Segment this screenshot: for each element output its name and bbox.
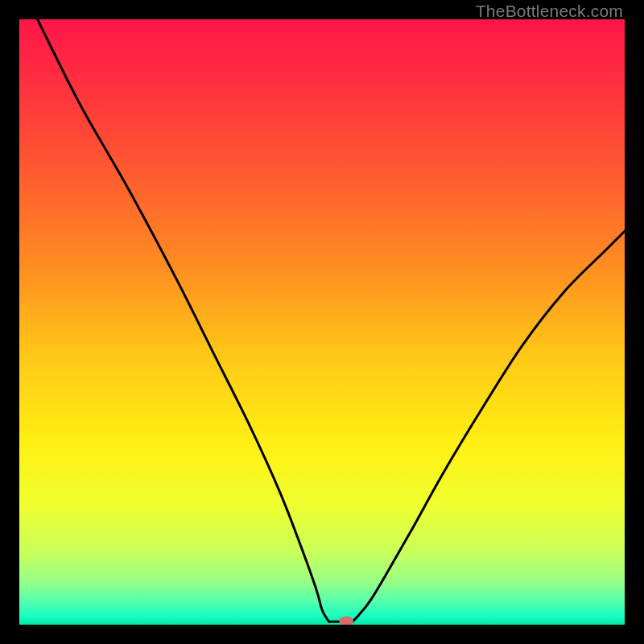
bottleneck-chart — [19, 19, 625, 625]
chart-frame — [19, 19, 625, 625]
watermark-text: TheBottleneck.com — [476, 2, 623, 21]
gradient-background — [19, 19, 625, 625]
